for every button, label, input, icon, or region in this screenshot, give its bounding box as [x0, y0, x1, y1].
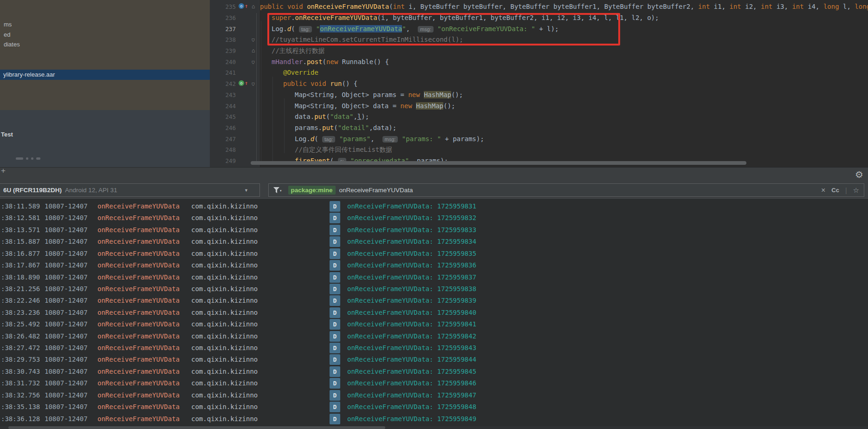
code-token: i2,: [741, 3, 761, 10]
chevron-down-icon[interactable]: ▼: [244, 188, 248, 193]
log-row[interactable]: :38:25.49210807-12407onReceiveFrameYUVDa…: [0, 318, 868, 330]
log-row[interactable]: :38:15.88710807-12407onReceiveFrameYUVDa…: [0, 236, 868, 247]
fold-marker-icon[interactable]: ⌂: [252, 34, 255, 46]
filter-query-text[interactable]: onReceiveFrameYUVData: [339, 187, 413, 194]
code-line[interactable]: 236super.onReceiveFrameYUVData(i, byteBu…: [210, 13, 868, 24]
log-row[interactable]: :38:23.23610807-12407onReceiveFrameYUVDa…: [0, 307, 868, 318]
fold-marker-icon[interactable]: ⌂: [252, 46, 255, 57]
line-number[interactable]: 242: [210, 78, 236, 90]
project-tree-item[interactable]: diates: [4, 40, 20, 49]
code-token: int: [730, 3, 741, 10]
code-line[interactable]: 235o↑⌂public void onReceiveFrameYUVData(…: [210, 1, 868, 13]
line-number[interactable]: 248: [210, 144, 236, 156]
log-row[interactable]: :38:17.86710807-12407onReceiveFrameYUVDa…: [0, 260, 868, 271]
match-case-toggle[interactable]: Cc: [831, 187, 839, 194]
code-line[interactable]: 237Log.d( tag: "onReceiveFrameYUVData", …: [210, 24, 868, 35]
device-selector[interactable]: 6U (RFCR119B2DH) Android 12, API 31 ▼: [0, 183, 260, 197]
code-line[interactable]: 243Map<String, Object> params = new Hash…: [210, 90, 868, 101]
logcat-hscrollbar[interactable]: [0, 426, 868, 429]
code-line[interactable]: 246params.put("detail",data);: [210, 123, 868, 134]
log-timestamp: :38:13.571: [1, 224, 40, 236]
scrollbar-thumb[interactable]: [8, 426, 385, 429]
fold-marker-icon[interactable]: ⌂: [252, 57, 255, 68]
override-method-icon[interactable]: o↑: [239, 3, 248, 9]
log-message: onReceiveFrameYUVData: 1725959849: [347, 413, 476, 425]
project-tree-item[interactable]: ed: [4, 30, 10, 39]
log-row[interactable]: :38:29.75310807-12407onReceiveFrameYUVDa…: [0, 354, 868, 365]
log-timestamp: :38:31.732: [1, 377, 40, 389]
line-number[interactable]: 249: [210, 156, 236, 167]
project-tree-item-test[interactable]: Test: [1, 131, 13, 138]
code-line[interactable]: 247Log.d( tag: "params", msg: "params: "…: [210, 134, 868, 145]
filter-funnel-icon[interactable]: ▾: [273, 187, 282, 193]
funnel-icon: [273, 187, 279, 193]
log-level-badge: D: [330, 236, 340, 247]
log-row[interactable]: :38:12.58110807-12407onReceiveFrameYUVDa…: [0, 212, 868, 224]
log-row[interactable]: :38:13.57110807-12407onReceiveFrameYUVDa…: [0, 224, 868, 236]
log-row[interactable]: :38:32.75610807-12407onReceiveFrameYUVDa…: [0, 390, 868, 401]
log-tag: onReceiveFrameYUVData: [97, 390, 180, 401]
line-number[interactable]: 245: [210, 111, 236, 123]
editor-hscrollbar[interactable]: [251, 161, 746, 165]
line-number[interactable]: 235: [210, 1, 236, 13]
code-line[interactable]: 248//自定义事件回传timeList数据: [210, 144, 868, 156]
line-number[interactable]: 246: [210, 123, 236, 134]
code-token: msg:: [382, 136, 398, 143]
overridden-method-icon[interactable]: o↑: [239, 80, 248, 86]
settings-gear-icon[interactable]: ⚙: [855, 169, 863, 180]
code-editor[interactable]: 235o↑⌂public void onReceiveFrameYUVData(…: [210, 0, 868, 167]
logcat-filter-input[interactable]: ▾ package:mine onReceiveFrameYUVData × C…: [268, 183, 864, 197]
log-row[interactable]: :38:26.48210807-12407onReceiveFrameYUVDa…: [0, 331, 868, 342]
log-row[interactable]: :38:30.74310807-12407onReceiveFrameYUVDa…: [0, 366, 868, 377]
log-message: onReceiveFrameYUVData: 1725959843: [347, 342, 476, 354]
favorite-filter-star-icon[interactable]: ☆: [853, 186, 859, 195]
line-number[interactable]: 240: [210, 57, 236, 68]
log-row[interactable]: :38:35.13810807-12407onReceiveFrameYUVDa…: [0, 401, 868, 413]
clear-filter-icon[interactable]: ×: [821, 186, 825, 195]
log-row[interactable]: :38:31.73210807-12407onReceiveFrameYUVDa…: [0, 377, 868, 389]
log-row[interactable]: :38:21.25610807-12407onReceiveFrameYUVDa…: [0, 283, 868, 295]
code-line[interactable]: 241@Override: [210, 67, 868, 78]
code-text: Log.d( tag: "onReceiveFrameYUVData", msg…: [260, 24, 559, 35]
code-token: ": [316, 25, 320, 32]
line-number[interactable]: 247: [210, 134, 236, 145]
log-row[interactable]: :38:11.58910807-12407onReceiveFrameYUVDa…: [0, 201, 868, 212]
fold-marker-icon[interactable]: ⌂: [252, 78, 255, 90]
line-number[interactable]: 239: [210, 46, 236, 57]
project-hscrollbar[interactable]: [16, 157, 40, 160]
log-row[interactable]: :38:36.12810807-12407onReceiveFrameYUVDa…: [0, 413, 868, 425]
line-number[interactable]: 244: [210, 101, 236, 112]
filter-chip-package-mine[interactable]: package:mine: [288, 186, 336, 195]
code-line[interactable]: 242o↑⌂public void run() {: [210, 78, 868, 90]
log-pid: 10807-12407: [45, 272, 88, 283]
code-line[interactable]: 240⌂mHandler.post(new Runnable() {: [210, 57, 868, 68]
log-row[interactable]: :38:22.24610807-12407onReceiveFrameYUVDa…: [0, 295, 868, 306]
line-number[interactable]: 237: [210, 24, 236, 35]
code-line[interactable]: 239⌂//主线程执行数据: [210, 46, 868, 57]
plus-icon[interactable]: +: [1, 166, 6, 176]
code-line[interactable]: 245data.put("data",l);: [210, 111, 868, 123]
line-number[interactable]: 241: [210, 67, 236, 78]
log-timestamp: :38:15.887: [1, 236, 40, 247]
line-number[interactable]: 236: [210, 13, 236, 24]
fold-marker-icon[interactable]: ⌂: [252, 1, 255, 13]
code-line[interactable]: 244Map<String, Object> data = new HashMa…: [210, 101, 868, 112]
line-number[interactable]: 238: [210, 34, 236, 46]
log-row[interactable]: :38:16.87710807-12407onReceiveFrameYUVDa…: [0, 248, 868, 260]
code-token: + l);: [535, 25, 559, 32]
log-message: onReceiveFrameYUVData: 1725959847: [347, 390, 476, 401]
project-tree-item[interactable]: ms: [4, 20, 12, 29]
code-token: d: [311, 135, 314, 143]
project-tree-item-selected[interactable]: ylibrary-release.aar: [0, 70, 210, 80]
scrollbar-segment: [31, 157, 33, 160]
code-text: Map<String, Object> params = new HashMap…: [260, 90, 463, 101]
line-number[interactable]: 243: [210, 90, 236, 101]
code-token: [312, 25, 316, 32]
log-row[interactable]: :38:18.89010807-12407onReceiveFrameYUVDa…: [0, 272, 868, 283]
log-level-badge: D: [330, 414, 340, 424]
log-tag: onReceiveFrameYUVData: [97, 260, 180, 271]
code-line[interactable]: 238⌂//tuyatimeLineCom.setCurrentTimeInMi…: [210, 34, 868, 46]
log-row[interactable]: :38:27.47210807-12407onReceiveFrameYUVDa…: [0, 342, 868, 354]
code-token: onReceiveFrameYUVData: [320, 25, 402, 32]
logcat-output[interactable]: :38:11.58910807-12407onReceiveFrameYUVDa…: [0, 200, 868, 426]
